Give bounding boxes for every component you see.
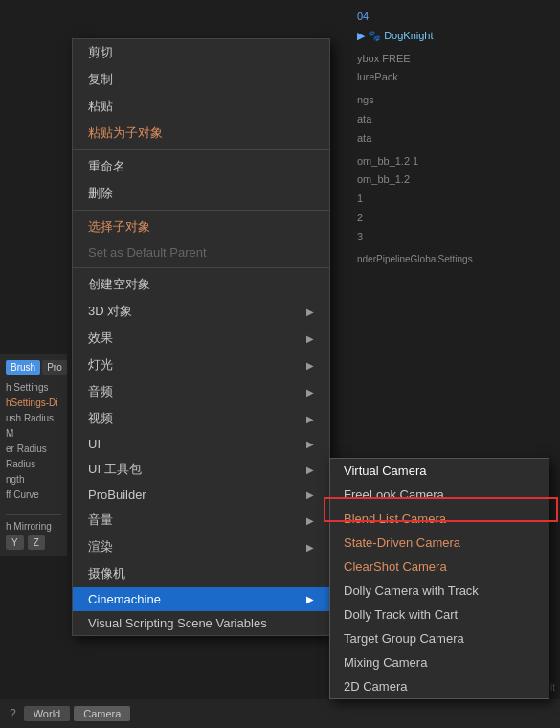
menu-item-create-empty[interactable]: 创建空对象 [73, 271, 329, 298]
help-icon: ? [10, 707, 16, 720]
tab-brush[interactable]: Brush [6, 360, 40, 375]
menu-item-rendering[interactable]: 渲染 ▶ [73, 534, 329, 560]
submenu-mixing-camera[interactable]: Mixing Camera [330, 650, 549, 674]
arrow-volume: ▶ [306, 515, 314, 526]
arrow-probuilder: ▶ [306, 489, 314, 500]
world-button[interactable]: World [24, 706, 71, 721]
menu-item-probuilder[interactable]: ProBuilder ▶ [73, 483, 329, 507]
arrow-rendering: ▶ [306, 542, 314, 553]
menu-item-paste[interactable]: 粘贴 [73, 93, 329, 120]
menu-item-ui[interactable]: UI ▶ [73, 432, 329, 456]
menu-item-paste-child[interactable]: 粘贴为子对象 [73, 120, 329, 147]
settings-detail: hSettings-Di [6, 396, 61, 411]
arrow-video: ▶ [306, 414, 314, 424]
menu-item-delete[interactable]: 删除 [73, 180, 329, 207]
camera-button[interactable]: Camera [74, 706, 130, 721]
menu-item-light[interactable]: 灯光 ▶ [73, 352, 329, 378]
submenu-clearshot-camera[interactable]: ClearShot Camera [330, 555, 549, 579]
left-brush-panel: Brush Pro h Settings hSettings-Di ush Ra… [0, 354, 67, 556]
mirror-label: h Mirroring [6, 521, 61, 532]
arrow-light: ▶ [306, 360, 314, 371]
submenu-target-group-camera[interactable]: Target Group Camera [330, 626, 549, 650]
menu-item-3d-object[interactable]: 3D 对象 ▶ [73, 298, 329, 325]
field1: ngth [6, 472, 61, 488]
menu-item-audio[interactable]: 音频 ▶ [73, 378, 329, 405]
separator-2 [73, 210, 329, 211]
menu-item-visual-scripting[interactable]: Visual Scripting Scene Variables [73, 611, 329, 635]
mirror-z[interactable]: Z [28, 535, 45, 550]
menu-item-volume[interactable]: 音量 ▶ [73, 507, 329, 534]
submenu-dolly-camera-track[interactable]: Dolly Camera with Track [330, 579, 549, 603]
context-menu: 剪切 复制 粘贴 粘贴为子对象 重命名 删除 选择子对象 Set as Defa… [72, 38, 330, 636]
arrow-effects: ▶ [306, 333, 314, 344]
settings-label: h Settings [6, 380, 61, 396]
tab-pro[interactable]: Pro [42, 360, 67, 375]
radius-label3: Radius [6, 457, 61, 472]
separator-1 [73, 149, 329, 150]
separator-3 [73, 267, 329, 268]
menu-item-copy[interactable]: 复制 [73, 66, 329, 93]
menu-item-camera[interactable]: 摄像机 [73, 560, 329, 587]
menu-item-cinemachine[interactable]: Cinemachine ▶ [73, 587, 329, 611]
menu-item-cut[interactable]: 剪切 [73, 39, 329, 66]
menu-item-rename[interactable]: 重命名 [73, 153, 329, 180]
menu-item-effects[interactable]: 效果 ▶ [73, 325, 329, 352]
submenu-blend-list-camera[interactable]: Blend List Camera [330, 507, 549, 531]
menu-item-video[interactable]: 视频 ▶ [73, 405, 329, 432]
arrow-3d-object: ▶ [306, 307, 314, 317]
arrow-audio: ▶ [306, 387, 314, 398]
menu-item-select-children[interactable]: 选择子对象 [73, 214, 329, 240]
left-panel-tabs: Brush Pro [6, 360, 61, 375]
hierarchy-bg-text: 04 ▶ 🐾 DogKnight ybox FREE lurePack ngs … [349, 0, 560, 276]
mirror-y[interactable]: Y [6, 535, 24, 550]
submenu-virtual-camera[interactable]: Virtual Camera [330, 459, 549, 483]
submenu-state-driven-camera[interactable]: State-Driven Camera [330, 531, 549, 555]
field2: ff Curve [6, 488, 61, 503]
submenu-2d-camera[interactable]: 2D Camera [330, 674, 549, 698]
submenu-freelook-camera[interactable]: FreeLook Camera [330, 483, 549, 507]
radius-label2: er Radius [6, 442, 61, 457]
bottom-bar: ? World Camera [0, 699, 560, 728]
arrow-cinemachine: ▶ [306, 594, 314, 604]
menu-item-ui-toolkit[interactable]: UI 工具包 ▶ [73, 456, 329, 483]
radius-label1: ush Radius M [6, 411, 61, 442]
arrow-ui: ▶ [306, 439, 314, 449]
cinemachine-submenu: Virtual Camera FreeLook Camera Blend Lis… [329, 458, 549, 699]
submenu-dolly-track-cart[interactable]: Dolly Track with Cart [330, 603, 549, 626]
menu-item-set-default-parent: Set as Default Parent [73, 240, 329, 264]
arrow-ui-toolkit: ▶ [306, 465, 314, 475]
